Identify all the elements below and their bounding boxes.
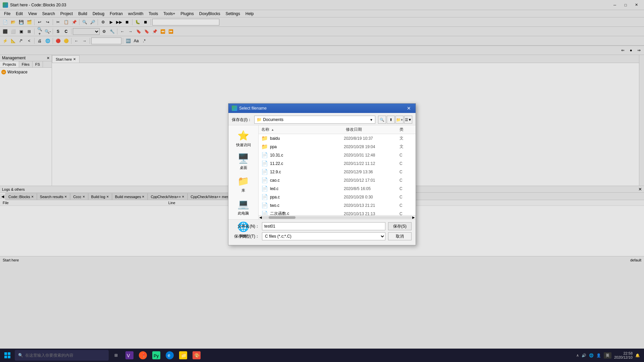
horizontal-scrollbar[interactable]: ◀ ▶ [259, 215, 416, 219]
location-view-btn[interactable]: ☰▼ [404, 116, 412, 124]
file-name: baidu [270, 136, 342, 141]
taskbar-network-icon[interactable]: 🌐 [589, 353, 594, 358]
sort-icon: ▲ [271, 128, 274, 131]
svg-text:Py: Py [154, 353, 159, 358]
taskbar: 🔍 ⊞ V 📍 Py e 📁 🎨 ∧ 🔊 🌐 👤 英 22:58 2020/12… [0, 349, 644, 362]
dialog-location-row: 保存在(I)： 📁 Documents ▼ 🔍 ⬆ 📁+ ☰▼ [228, 113, 416, 125]
header-type: 类 [399, 127, 413, 132]
file-name: two.c [270, 203, 342, 208]
filetype-select[interactable]: C files (*.c;*.C) [262, 232, 385, 240]
taskbar-search-bar[interactable]: 🔍 [15, 350, 109, 361]
scroll-right-btn[interactable]: ▶ [412, 216, 415, 219]
filetype-row: 保存类型(T)： C files (*.c;*.C) 取消 [232, 232, 412, 240]
file-item[interactable]: 📄 10.31.c 2020/10/31 12:48 C [259, 151, 416, 159]
taskbar-time-text: 22:58 [614, 351, 633, 355]
location-input[interactable]: 📁 Documents ▼ [254, 116, 375, 124]
file-icon: 📄 [261, 160, 268, 167]
dialog-title: Select filename [239, 106, 267, 111]
svg-rect-2 [4, 356, 7, 358]
taskbar-maps-icon[interactable]: 📍 [137, 349, 149, 361]
dialog-close-button[interactable]: ✕ [406, 106, 412, 111]
sidebar-library[interactable]: 📁 库 [230, 174, 257, 195]
taskbar-edge-icon[interactable]: e [164, 349, 176, 361]
svg-rect-1 [8, 352, 10, 355]
svg-text:📍: 📍 [141, 353, 147, 358]
file-icon: 📄 [261, 194, 268, 200]
dialog-inner: ⭐ 快速访问 🖥️ 桌面 📁 库 💻 此电脑 🌐 网络 [228, 125, 416, 219]
taskbar-volume-icon[interactable]: 🔊 [582, 353, 586, 358]
location-up-btn[interactable]: ⬆ [387, 116, 395, 124]
file-type: C [399, 195, 413, 199]
dialog-titlebar: Select filename ✕ [228, 104, 416, 113]
svg-text:📁: 📁 [181, 353, 187, 358]
file-date: 2020/11/22 11:12 [344, 161, 397, 166]
file-item[interactable]: 📁 baidu 2020/8/19 10:37 文 [259, 134, 416, 142]
file-date: 2020/10/13 21:13 [344, 212, 397, 216]
file-name: cao.c [270, 178, 342, 183]
file-type: C [399, 170, 413, 174]
file-icon: 📄 [261, 177, 268, 183]
svg-text:🎨: 🎨 [194, 353, 200, 358]
taskbar-user-icon[interactable]: 👤 [596, 353, 601, 358]
file-item[interactable]: 📄 cao.c 2020/10/12 17:01 C [259, 176, 416, 184]
file-item[interactable]: 📁 ppa 2020/10/28 19:04 文 [259, 142, 416, 151]
taskbar-lang[interactable]: 英 [604, 352, 611, 359]
file-date: 2020/10/13 21:21 [344, 203, 397, 208]
desktop-label: 桌面 [240, 165, 247, 170]
start-button[interactable] [1, 349, 13, 361]
taskbar-up-arrow[interactable]: ∧ [576, 353, 579, 358]
svg-rect-0 [4, 352, 7, 355]
save-button[interactable]: 保存(S) [388, 222, 412, 230]
file-item[interactable]: 📄 11.22.c 2020/11/22 11:12 C [259, 159, 416, 168]
header-name: 名称 ▲ [261, 127, 346, 132]
location-new-folder-btn[interactable]: 📁+ [395, 116, 404, 124]
file-name: 12.9.c [270, 170, 342, 174]
taskbar-pycharm-icon[interactable]: Py [150, 349, 162, 361]
file-item[interactable]: 📄 二次函数.c 2020/10/13 21:13 C [259, 209, 416, 215]
location-search-btn[interactable]: 🔍 [378, 116, 386, 124]
location-value: Documents [263, 117, 283, 122]
scroll-thumb[interactable] [269, 216, 296, 219]
svg-text:e: e [168, 353, 170, 358]
header-date: 修改日期 [346, 127, 399, 132]
file-icon: 📄 [261, 202, 268, 208]
taskbar-paint-icon[interactable]: 🎨 [191, 349, 203, 361]
task-view-btn[interactable]: ⊞ [110, 349, 122, 361]
file-item[interactable]: 📄 two.c 2020/10/13 21:21 C [259, 201, 416, 209]
filename-label: 文件名(N)： [232, 224, 259, 229]
taskbar-explorer-icon[interactable]: 📁 [177, 349, 189, 361]
file-list: 📁 baidu 2020/8/19 10:37 文 📁 ppa 2020/10/… [259, 134, 416, 215]
this-pc-label: 此电脑 [238, 211, 249, 216]
taskbar-notifications[interactable]: 🔔 [635, 353, 640, 358]
file-item[interactable]: 📄 12.9.c 2020/12/9 13:36 C [259, 168, 416, 176]
file-date: 2020/12/9 13:36 [344, 170, 397, 174]
filetype-label: 保存类型(T)： [232, 234, 259, 239]
file-icon: 📄 [261, 210, 268, 215]
file-icon: 📄 [261, 152, 268, 158]
file-name: 11.22.c [270, 161, 342, 166]
dialog-sidebar: ⭐ 快速访问 🖥️ 桌面 📁 库 💻 此电脑 🌐 网络 [228, 125, 259, 219]
search-icon: 🔍 [18, 353, 23, 358]
taskbar-vs-icon[interactable]: V [123, 349, 136, 361]
cancel-button[interactable]: 取消 [388, 232, 412, 240]
taskbar-search-input[interactable] [25, 353, 99, 358]
location-label: 保存在(I)： [232, 117, 252, 123]
sidebar-desktop[interactable]: 🖥️ 桌面 [230, 151, 257, 172]
file-item[interactable]: 📄 ppa.c 2020/10/28 0:30 C [259, 193, 416, 201]
library-label: 库 [241, 188, 245, 193]
scroll-track [262, 216, 412, 219]
file-name: ppa.c [270, 195, 342, 199]
file-item[interactable]: 📄 led.c 2020/8/5 16:05 C [259, 184, 416, 193]
file-name: 10.31.c [270, 153, 342, 158]
sidebar-quick-access[interactable]: ⭐ 快速访问 [230, 128, 257, 149]
file-type: 文 [399, 144, 413, 149]
file-type: C [399, 212, 413, 216]
sidebar-this-pc[interactable]: 💻 此电脑 [230, 196, 257, 218]
location-dropdown-icon: ▼ [370, 118, 373, 122]
file-name: 二次函数.c [270, 211, 342, 215]
file-date: 2020/10/28 0:30 [344, 195, 397, 199]
scroll-left-btn[interactable]: ◀ [259, 216, 262, 219]
filename-input[interactable] [262, 222, 385, 230]
file-date: 2020/10/12 17:01 [344, 178, 397, 183]
windows-icon [4, 352, 11, 359]
